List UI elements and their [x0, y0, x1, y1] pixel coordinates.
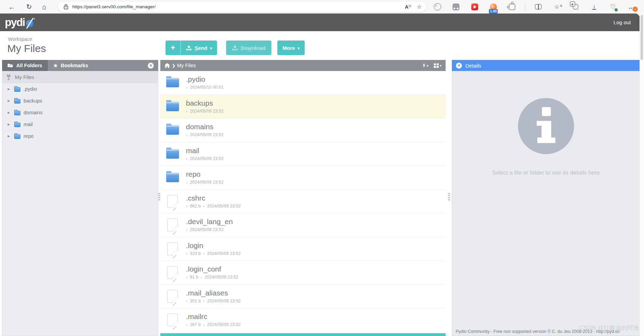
update-badge: ↑ [632, 6, 638, 12]
downloads-icon[interactable]: ↓ [590, 3, 598, 11]
chevron-icon: › [203, 322, 205, 327]
star-icon: ★ [53, 63, 58, 68]
details-title: Details [465, 63, 481, 69]
row-meta-text: 2024/05/09 23:52 [207, 251, 241, 256]
sidebar-tree-item[interactable]: ▶ domains [2, 107, 158, 118]
tree-items: ▶ .pydio ▶ backups ▶ domains ▶ mail ▶ re… [2, 83, 158, 142]
file-list-row[interactable]: mail ›2024/05/09 23:52 [160, 142, 446, 166]
read-aloud-icon[interactable]: A))) [405, 5, 411, 9]
row-title: .mail_aliases [186, 289, 241, 297]
split-screen-icon[interactable] [534, 3, 542, 11]
refresh-icon[interactable]: ↻ [26, 3, 32, 10]
row-meta: ›91 b›2024/05/09 23:52 [186, 275, 238, 280]
tree-root-label: My Files [15, 74, 34, 80]
tab-bookmarks[interactable]: ★ Bookmarks [48, 60, 94, 71]
sidebar-tree-item[interactable]: ▶ repo [2, 130, 158, 142]
row-meta: ›2024/05/09 23:52 [186, 109, 224, 114]
file-list-row[interactable]: .login ›323 b›2024/05/09 23:52 [160, 237, 446, 261]
row-meta-text: 2024/05/09 23:52 [207, 322, 241, 327]
sidebar-tree-item[interactable]: ▶ .pydio [2, 83, 158, 95]
address-bar[interactable]: https://panel3.serv00.com/file_manager/ … [58, 2, 426, 12]
chevron-icon: › [201, 275, 202, 280]
details-body: Select a file or folder to see its detai… [452, 71, 640, 336]
browser-essentials-icon[interactable]: ♡ ✓ [609, 3, 617, 11]
chevron-icon: › [203, 299, 205, 303]
row-meta: ›2024/05/09 23:52 [186, 156, 224, 161]
browser-menu-icon[interactable]: … ↑ [628, 3, 635, 11]
breadcrumb-chevron-icon: ❯ [172, 63, 175, 68]
file-rows: .pydio ›2024/05/10 00:01 backups ›2024/0… [160, 71, 446, 333]
url-text[interactable]: https://panel3.serv00.com/file_manager/ [72, 4, 400, 9]
sidebar-tree-item[interactable]: ▶ backups [2, 95, 158, 107]
row-meta-text: 301 b [190, 299, 200, 303]
display-mode-control[interactable]: ▾ [434, 63, 441, 68]
chevron-down-icon: ▾ [298, 46, 300, 51]
tree-root-my-files[interactable]: My Files [2, 71, 158, 83]
collections-icon[interactable] [572, 3, 579, 11]
home-breadcrumb-icon[interactable] [164, 63, 170, 68]
toolbar-divider [525, 3, 525, 10]
logout-button[interactable]: Log out [614, 19, 631, 25]
tab-all-folders[interactable]: All Folders [2, 60, 48, 71]
lock-icon[interactable] [64, 4, 68, 9]
chevron-icon: › [186, 109, 187, 113]
home-icon[interactable]: ⌂ [42, 3, 46, 10]
file-list-row[interactable]: .mail_aliases ›301 b›2024/05/09 23:52 [160, 285, 446, 309]
tree-expand-caret-icon[interactable]: ▶ [8, 99, 11, 103]
sort-control[interactable]: ▲▼ ▾ [422, 63, 428, 67]
file-list-row[interactable]: .pydio ›2024/05/10 00:01 [160, 71, 446, 95]
sidebar-tree-item[interactable]: ▶ mail [2, 118, 158, 130]
scrollbar-thumb[interactable] [641, 15, 643, 60]
row-icon [167, 195, 178, 208]
favorite-star-icon[interactable]: ☆ [417, 4, 422, 10]
folders-sidebar: All Folders ★ Bookmarks ✕ My Files ▶ .py… [2, 60, 158, 336]
download-button[interactable]: Download [226, 41, 271, 55]
pydio-logo: pydi [5, 17, 34, 28]
tree-item-label: domains [24, 110, 43, 115]
row-title: .devil_lang_en [186, 218, 233, 226]
file-list-row[interactable]: .cshrc ›962 b›2024/05/09 23:52 [160, 190, 446, 214]
details-resize-handle[interactable] [446, 60, 452, 336]
tree-expand-caret-icon[interactable]: ▶ [8, 87, 11, 91]
more-button[interactable]: More ▾ [277, 41, 305, 55]
feed-extension-icon[interactable]: 1.00 [490, 3, 497, 11]
chevron-down-icon: ▾ [427, 64, 428, 68]
download-button-label: Download [241, 45, 266, 51]
row-meta: ›2024/05/09 23:52 [186, 180, 224, 185]
file-list-row[interactable]: repo ›2024/05/09 23:52 [160, 166, 446, 190]
window-scrollbar[interactable] [639, 14, 644, 336]
tree-expand-caret-icon[interactable]: ▶ [8, 123, 11, 126]
back-icon[interactable]: ← [8, 3, 15, 10]
details-empty-hint: Select a file or folder to see its detai… [452, 169, 639, 176]
palm-extension-icon[interactable] [433, 3, 441, 11]
file-list-row[interactable]: backups ›2024/05/09 23:52 [160, 95, 446, 119]
downloads-glyph: ↓ [592, 4, 596, 10]
chevron-icon: › [186, 251, 187, 256]
favorites-hub-glyph: ☆ [554, 3, 559, 10]
sidebar-close-icon[interactable]: ✕ [148, 63, 154, 69]
chevron-icon: › [186, 133, 187, 137]
puzzle-glyph [509, 4, 515, 10]
file-list-panel: ❯ My Files ▲▼ ▾ ▾ .pydio ›2024/05/10 00:… [160, 60, 446, 336]
video-extension-icon[interactable] [471, 3, 478, 11]
file-list-row[interactable]: domains ›2024/05/09 23:52 [160, 118, 446, 142]
add-button[interactable]: + [166, 41, 181, 55]
row-title: domains [186, 123, 224, 131]
details-close-icon[interactable]: ✕ [456, 63, 462, 69]
extensions-puzzle-icon[interactable] [508, 3, 516, 11]
tree-expand-caret-icon[interactable]: ▶ [8, 111, 11, 114]
gray-app-extension-icon[interactable] [452, 3, 460, 11]
send-button[interactable]: Send ▾ [181, 41, 217, 55]
grid-view-icon [434, 63, 439, 68]
row-meta-text: 323 b [190, 251, 200, 256]
file-list-row[interactable]: .mailrc ›267 b›2024/05/09 23:52 [160, 308, 446, 332]
row-title: .login [186, 242, 241, 249]
breadcrumb-label[interactable]: My Files [177, 63, 196, 68]
tree-expand-caret-icon[interactable]: ▶ [8, 134, 11, 138]
more-button-label: More [283, 45, 295, 51]
file-list-row[interactable]: .login_conf ›91 b›2024/05/09 23:52 [160, 261, 446, 285]
chevron-icon: › [203, 251, 205, 256]
folder-icon [14, 123, 20, 127]
favorites-hub-icon[interactable]: ☆ [553, 3, 561, 11]
file-list-row[interactable]: .devil_lang_en ›2024/05/09 23:52 [160, 213, 446, 237]
